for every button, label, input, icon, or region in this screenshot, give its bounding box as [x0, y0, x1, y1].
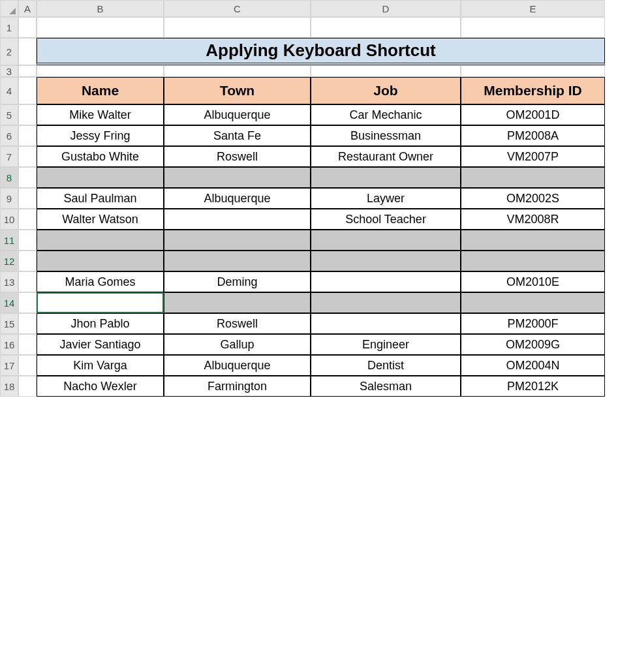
- row-header-3[interactable]: 3: [0, 65, 18, 77]
- cell[interactable]: [18, 125, 37, 146]
- cell-name[interactable]: Kim Varga: [37, 355, 164, 376]
- cell[interactable]: [461, 65, 605, 77]
- cell-name[interactable]: Javier Santiago: [37, 334, 164, 355]
- cell[interactable]: [18, 209, 37, 230]
- row-header-17[interactable]: 17: [0, 355, 18, 376]
- cell-town[interactable]: Farmington: [164, 376, 311, 397]
- cell[interactable]: [18, 38, 37, 65]
- cell-name[interactable]: Walter Watson: [37, 209, 164, 230]
- cell-town[interactable]: [164, 251, 311, 271]
- row-header-13[interactable]: 13: [0, 271, 18, 292]
- row-header-6[interactable]: 6: [0, 125, 18, 146]
- cell-town[interactable]: [164, 292, 311, 313]
- row-header-14[interactable]: 14: [0, 292, 18, 313]
- cell-job[interactable]: Laywer: [311, 188, 461, 209]
- row-header-12[interactable]: 12: [0, 251, 18, 271]
- cell[interactable]: [37, 17, 164, 38]
- cell-job[interactable]: [311, 292, 461, 313]
- cell[interactable]: [18, 17, 37, 38]
- cell-name[interactable]: [37, 167, 164, 188]
- cell-town[interactable]: Albuquerque: [164, 188, 311, 209]
- cell-job[interactable]: [311, 251, 461, 271]
- row-header-10[interactable]: 10: [0, 209, 18, 230]
- cell-town[interactable]: [164, 167, 311, 188]
- row-header-7[interactable]: 7: [0, 146, 18, 167]
- cell-town[interactable]: [164, 230, 311, 251]
- cell-mid[interactable]: VM2008R: [461, 209, 605, 230]
- cell[interactable]: [18, 292, 37, 313]
- cell-town[interactable]: Roswell: [164, 313, 311, 334]
- cell-town[interactable]: Albuquerque: [164, 355, 311, 376]
- cell[interactable]: [18, 104, 37, 125]
- row-header-16[interactable]: 16: [0, 334, 18, 355]
- cell-town[interactable]: Roswell: [164, 146, 311, 167]
- col-header-D[interactable]: D: [311, 0, 461, 17]
- cell-name[interactable]: [37, 230, 164, 251]
- row-header-8[interactable]: 8: [0, 167, 18, 188]
- cell-job[interactable]: Engineer: [311, 334, 461, 355]
- row-header-9[interactable]: 9: [0, 188, 18, 209]
- select-all-corner[interactable]: [0, 0, 18, 17]
- cell-town[interactable]: Albuquerque: [164, 104, 311, 125]
- cell-job[interactable]: [311, 313, 461, 334]
- cell-town[interactable]: [164, 209, 311, 230]
- cell-job[interactable]: [311, 167, 461, 188]
- cell-mid[interactable]: OM2002S: [461, 188, 605, 209]
- cell-name[interactable]: Gustabo White: [37, 146, 164, 167]
- cell[interactable]: [164, 65, 311, 77]
- cell[interactable]: [18, 65, 37, 77]
- col-header-E[interactable]: E: [461, 0, 605, 17]
- cell-mid[interactable]: VM2007P: [461, 146, 605, 167]
- active-cell[interactable]: [37, 292, 164, 313]
- cell-name[interactable]: Jessy Fring: [37, 125, 164, 146]
- row-header-11[interactable]: 11: [0, 230, 18, 251]
- cell[interactable]: [164, 17, 311, 38]
- row-header-4[interactable]: 4: [0, 77, 18, 104]
- cell-mid[interactable]: PM2008A: [461, 125, 605, 146]
- cell[interactable]: [18, 167, 37, 188]
- cell-name[interactable]: Mike Walter: [37, 104, 164, 125]
- cell[interactable]: [18, 188, 37, 209]
- cell-mid[interactable]: [461, 230, 605, 251]
- cell-mid[interactable]: OM2010E: [461, 271, 605, 292]
- cell-mid[interactable]: OM2009G: [461, 334, 605, 355]
- cell[interactable]: [311, 17, 461, 38]
- cell-mid[interactable]: [461, 251, 605, 271]
- cell-job[interactable]: Restaurant Owner: [311, 146, 461, 167]
- cell[interactable]: [18, 355, 37, 376]
- cell-town[interactable]: Gallup: [164, 334, 311, 355]
- col-header-C[interactable]: C: [164, 0, 311, 17]
- col-header-B[interactable]: B: [37, 0, 164, 17]
- row-header-15[interactable]: 15: [0, 313, 18, 334]
- cell-mid[interactable]: [461, 292, 605, 313]
- cell[interactable]: [461, 17, 605, 38]
- cell[interactable]: [18, 230, 37, 251]
- cell-job[interactable]: Salesman: [311, 376, 461, 397]
- cell-mid[interactable]: [461, 167, 605, 188]
- cell-town[interactable]: Deming: [164, 271, 311, 292]
- cell[interactable]: [18, 334, 37, 355]
- cell[interactable]: [18, 313, 37, 334]
- cell-name[interactable]: Jhon Pablo: [37, 313, 164, 334]
- cell-name[interactable]: Nacho Wexler: [37, 376, 164, 397]
- row-header-18[interactable]: 18: [0, 376, 18, 397]
- cell-job[interactable]: Car Mechanic: [311, 104, 461, 125]
- cell[interactable]: [18, 146, 37, 167]
- cell[interactable]: [18, 271, 37, 292]
- cell-job[interactable]: [311, 230, 461, 251]
- cell-name[interactable]: Maria Gomes: [37, 271, 164, 292]
- cell-job[interactable]: Businessman: [311, 125, 461, 146]
- cell-mid[interactable]: PM2000F: [461, 313, 605, 334]
- cell-name[interactable]: Saul Paulman: [37, 188, 164, 209]
- row-header-1[interactable]: 1: [0, 17, 18, 38]
- cell[interactable]: [37, 65, 164, 77]
- cell-job[interactable]: [311, 271, 461, 292]
- cell[interactable]: [311, 65, 461, 77]
- col-header-A[interactable]: A: [18, 0, 37, 17]
- row-header-5[interactable]: 5: [0, 104, 18, 125]
- cell[interactable]: [18, 376, 37, 397]
- cell-job[interactable]: School Teacher: [311, 209, 461, 230]
- cell-job[interactable]: Dentist: [311, 355, 461, 376]
- cell-mid[interactable]: PM2012K: [461, 376, 605, 397]
- cell[interactable]: [18, 77, 37, 104]
